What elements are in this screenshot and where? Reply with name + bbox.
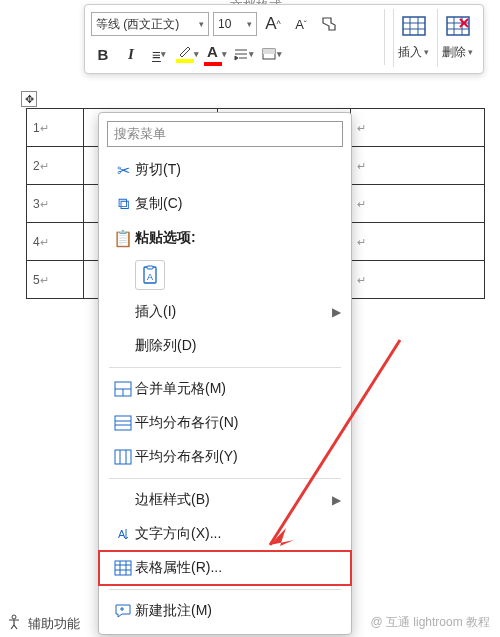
- table-properties-icon: [111, 560, 135, 576]
- chevron-down-icon: ▾: [249, 49, 254, 59]
- watermark-text: @ 互通 lightroom 教程: [370, 614, 490, 631]
- scissors-icon: ✂: [111, 161, 135, 180]
- menu-item-copy[interactable]: ⧉ 复制(C): [99, 187, 351, 221]
- italic-button[interactable]: I: [119, 42, 143, 66]
- accessibility-icon: [6, 614, 22, 633]
- underline-button[interactable]: ≡ ▾: [147, 42, 171, 66]
- menu-item-insert[interactable]: 插入(I) ▶: [99, 295, 351, 329]
- distribute-rows-icon: [111, 415, 135, 431]
- merge-cells-icon: [111, 381, 135, 397]
- table-insert-icon: [402, 16, 426, 42]
- menu-item-merge-cells[interactable]: 合并单元格(M): [99, 372, 351, 406]
- font-name-value: 等线 (西文正文): [96, 16, 179, 33]
- font-size-value: 10: [218, 17, 231, 31]
- menu-item-cut[interactable]: ✂ 剪切(T): [99, 153, 351, 187]
- menu-item-table-properties[interactable]: 表格属性(R)...: [99, 551, 351, 585]
- menu-separator: [109, 589, 341, 590]
- svg-rect-20: [115, 416, 131, 430]
- chevron-down-icon: ▾: [161, 49, 166, 59]
- comment-icon: [111, 603, 135, 619]
- paste-option-keep-text[interactable]: A: [99, 255, 351, 295]
- accessibility-label: 辅助功能: [28, 615, 80, 633]
- svg-rect-23: [115, 450, 131, 464]
- svg-rect-27: [115, 561, 131, 575]
- menu-search-input[interactable]: 搜索菜单: [107, 121, 343, 147]
- move-icon: ✥: [25, 93, 34, 106]
- distribute-cols-icon: [111, 449, 135, 465]
- mini-toolbar: 等线 (西文正文) ▾ 10 ▾ A^ Aˇ B I ≡ ▾: [84, 4, 484, 74]
- highlight-button[interactable]: ▾: [175, 42, 199, 66]
- chevron-right-icon: ▶: [332, 305, 341, 319]
- chevron-right-icon: ▶: [332, 493, 341, 507]
- paste-text-icon: A: [135, 260, 165, 290]
- chevron-down-icon: ▾: [222, 49, 227, 59]
- menu-item-distribute-rows[interactable]: 平均分布各行(N): [99, 406, 351, 440]
- grow-font-button[interactable]: A^: [261, 12, 285, 36]
- insert-group-button[interactable]: 插入▾: [393, 9, 433, 67]
- menu-separator: [109, 478, 341, 479]
- font-color-button[interactable]: A ▾: [203, 42, 227, 66]
- insert-label: 插入: [398, 44, 422, 61]
- chevron-down-icon: ▾: [247, 19, 252, 29]
- menu-item-text-direction[interactable]: A 文字方向(X)...: [99, 517, 351, 551]
- search-placeholder: 搜索菜单: [114, 125, 166, 143]
- status-bar-accessibility[interactable]: 辅助功能: [6, 614, 80, 633]
- shading-button[interactable]: ▾: [259, 42, 283, 66]
- svg-rect-15: [147, 266, 153, 269]
- chevron-down-icon: ▾: [194, 49, 199, 59]
- svg-point-36: [12, 615, 16, 619]
- font-name-dropdown[interactable]: 等线 (西文正文) ▾: [91, 12, 209, 36]
- menu-separator: [109, 367, 341, 368]
- menu-item-delete-column[interactable]: 删除列(D): [99, 329, 351, 363]
- svg-rect-1: [263, 49, 275, 54]
- svg-text:A: A: [147, 272, 153, 282]
- bold-button[interactable]: B: [91, 42, 115, 66]
- text-direction-icon: A: [111, 526, 135, 542]
- table-move-handle[interactable]: ✥: [21, 91, 37, 107]
- menu-item-border-style[interactable]: 边框样式(B) ▶: [99, 483, 351, 517]
- delete-group-button[interactable]: 删除▾: [437, 9, 477, 67]
- svg-rect-2: [403, 17, 425, 35]
- copy-icon: ⧉: [111, 195, 135, 213]
- menu-item-new-comment[interactable]: 新建批注(M): [99, 594, 351, 628]
- indentation-button[interactable]: ▾: [231, 42, 255, 66]
- context-menu: 搜索菜单 ✂ 剪切(T) ⧉ 复制(C) 📋 粘贴选项: A 插入(I) ▶ 删…: [98, 112, 352, 635]
- delete-label: 删除: [442, 44, 466, 61]
- format-painter-button[interactable]: [317, 12, 341, 36]
- font-size-dropdown[interactable]: 10 ▾: [213, 12, 257, 36]
- table-delete-icon: [446, 16, 470, 42]
- shrink-font-button[interactable]: Aˇ: [289, 12, 313, 36]
- clipboard-icon: 📋: [111, 229, 135, 248]
- menu-item-distribute-cols[interactable]: 平均分布各列(Y): [99, 440, 351, 474]
- chevron-down-icon: ▾: [277, 49, 282, 59]
- menu-item-paste-options: 📋 粘贴选项:: [99, 221, 351, 255]
- chevron-down-icon: ▾: [199, 19, 204, 29]
